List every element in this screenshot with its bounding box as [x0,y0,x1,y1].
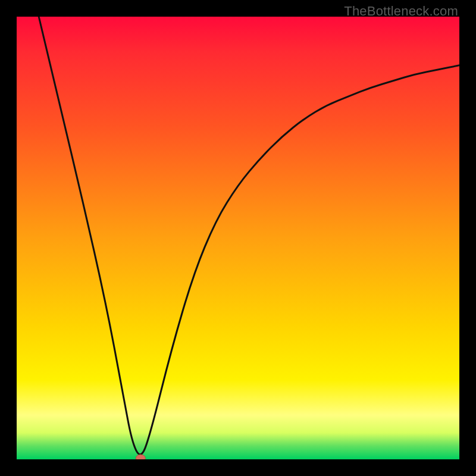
curve-overlay [17,17,459,459]
minimum-marker [136,455,145,459]
site-watermark: TheBottleneck.com [344,4,458,19]
chart-frame: TheBottleneck.com [0,0,476,476]
plot-area [17,17,459,459]
bottleneck-curve [39,17,459,455]
